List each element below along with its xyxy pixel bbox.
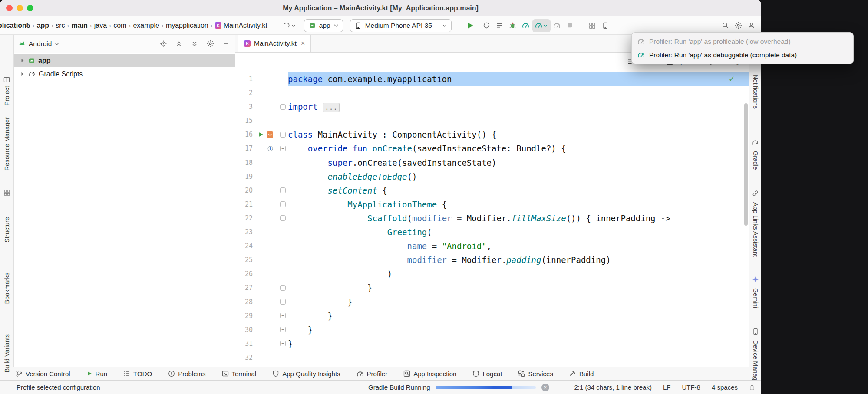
line-number[interactable]: 24 bbox=[235, 239, 253, 253]
breadcrumb-item-mainactivity-kt[interactable]: MainActivity.kt bbox=[214, 22, 268, 30]
line-ending[interactable]: LF bbox=[663, 384, 671, 391]
gradle-stripe-icon[interactable] bbox=[749, 139, 761, 146]
toolwindow-button-app-quality-insights[interactable]: App Quality Insights bbox=[272, 370, 340, 378]
project-view-select[interactable]: Android bbox=[29, 40, 52, 48]
caret-position[interactable]: 2:1 (34 chars, 1 line break) bbox=[574, 384, 652, 391]
toolwindow-button-version-control[interactable]: Version Control bbox=[16, 370, 70, 378]
editor-scrollbar[interactable] bbox=[744, 103, 748, 226]
device-manager-stripe-icon[interactable] bbox=[749, 328, 761, 335]
code-line[interactable]: 24 name = "Android", bbox=[235, 239, 749, 253]
tree-item-gradle-scripts[interactable]: Gradle Scripts bbox=[14, 67, 235, 81]
toolwindow-button-gradle[interactable]: Gradle bbox=[749, 151, 761, 170]
line-number[interactable]: 3 bbox=[235, 100, 253, 114]
rollback-dropdown-button[interactable] bbox=[280, 19, 299, 32]
run-gutter-icon[interactable] bbox=[258, 131, 264, 138]
more-tools-button[interactable] bbox=[586, 19, 599, 32]
fold-region[interactable]: − bbox=[278, 141, 288, 155]
code-line[interactable]: 29− } bbox=[235, 309, 749, 323]
line-number[interactable]: 31 bbox=[235, 337, 253, 351]
code-line[interactable]: 31−} bbox=[235, 337, 749, 351]
fold-icon[interactable]: − bbox=[280, 132, 286, 138]
line-number[interactable]: 25 bbox=[235, 253, 253, 267]
fold-region[interactable] bbox=[278, 156, 288, 170]
gutter[interactable] bbox=[253, 114, 278, 128]
toolwindow-button-todo[interactable]: TODO bbox=[123, 370, 152, 378]
run-button[interactable] bbox=[464, 19, 477, 32]
titlebar[interactable]: My Application – MainActivity.kt [My_App… bbox=[0, 0, 761, 16]
fold-icon[interactable]: − bbox=[280, 285, 286, 291]
settings-button[interactable] bbox=[732, 19, 745, 32]
fold-region[interactable]: − bbox=[278, 100, 288, 114]
run-configuration-select[interactable]: app bbox=[304, 19, 343, 32]
line-number[interactable]: 28 bbox=[235, 295, 253, 309]
lock-icon[interactable] bbox=[749, 384, 755, 391]
panel-options-icon[interactable] bbox=[207, 40, 214, 47]
code-editor[interactable]: 1package com.example.myapplication23−imp… bbox=[235, 53, 749, 367]
toolwindow-button-gemini[interactable]: Gemini bbox=[749, 288, 761, 308]
toolwindow-button-app-links-assistant[interactable]: App Links Assistant bbox=[749, 202, 761, 257]
line-number[interactable]: 1 bbox=[235, 72, 253, 86]
minimize-window-button[interactable] bbox=[17, 5, 23, 11]
gutter[interactable] bbox=[253, 351, 278, 364]
fold-region[interactable]: − bbox=[278, 337, 288, 351]
breadcrumb-item-java[interactable]: java bbox=[93, 22, 108, 30]
fold-region[interactable]: − bbox=[278, 197, 288, 211]
gutter[interactable] bbox=[253, 197, 278, 211]
code-line[interactable]: 27− } bbox=[235, 281, 749, 295]
breadcrumb-item-example[interactable]: example bbox=[132, 22, 160, 30]
fold-icon[interactable]: − bbox=[280, 327, 286, 332]
indent-setting[interactable]: 4 spaces bbox=[712, 384, 738, 391]
zoom-window-button[interactable] bbox=[27, 5, 33, 11]
cancel-build-icon[interactable]: × bbox=[541, 384, 549, 391]
gutter[interactable] bbox=[253, 323, 278, 337]
fold-region[interactable] bbox=[278, 239, 288, 253]
overriding-method-icon[interactable] bbox=[267, 145, 274, 152]
toolwindow-button-structure[interactable]: Structure bbox=[0, 217, 13, 243]
code-line[interactable]: 2 bbox=[235, 86, 749, 100]
apply-changes-button[interactable] bbox=[493, 19, 506, 32]
stop-button[interactable] bbox=[564, 19, 577, 32]
toolwindow-button-device-manager[interactable]: Device Manager bbox=[749, 340, 761, 386]
line-number[interactable]: 18 bbox=[235, 156, 253, 170]
gutter[interactable] bbox=[253, 100, 278, 114]
tab-mainactivity[interactable]: MainActivity.kt × bbox=[238, 35, 311, 52]
device-manager-button[interactable] bbox=[599, 19, 612, 32]
chevron-right-icon[interactable] bbox=[20, 71, 25, 77]
structure-stripe-icon[interactable] bbox=[0, 189, 13, 196]
hide-panel-icon[interactable] bbox=[223, 40, 230, 47]
code-line[interactable]: 3−import ... bbox=[235, 100, 749, 114]
fold-region[interactable] bbox=[278, 225, 288, 239]
line-number[interactable]: 26 bbox=[235, 267, 253, 281]
gemini-stripe-icon[interactable] bbox=[749, 276, 761, 283]
fold-region[interactable] bbox=[278, 253, 288, 267]
tree-item-app[interactable]: app bbox=[14, 54, 235, 67]
gutter[interactable] bbox=[253, 239, 278, 253]
toolwindow-button-logcat[interactable]: Logcat bbox=[472, 370, 502, 378]
gutter[interactable] bbox=[253, 156, 278, 170]
code-line[interactable]: 21− MyApplicationTheme { bbox=[235, 197, 749, 211]
fold-region[interactable] bbox=[278, 170, 288, 184]
code-line[interactable]: 19 enableEdgeToEdge() bbox=[235, 170, 749, 184]
code-line[interactable]: 16<>−class MainActivity : ComponentActiv… bbox=[235, 128, 749, 141]
toolwindow-button-problems[interactable]: Problems bbox=[168, 370, 205, 378]
gutter[interactable] bbox=[253, 253, 278, 267]
toolwindow-button-resource-manager[interactable]: Resource Manager bbox=[0, 117, 13, 171]
toolwindow-button-bookmarks[interactable]: Bookmarks bbox=[0, 273, 13, 304]
line-number[interactable]: 17 bbox=[235, 141, 253, 155]
fold-region[interactable]: − bbox=[278, 281, 288, 295]
profile-button[interactable] bbox=[519, 19, 532, 32]
line-number[interactable]: 19 bbox=[235, 170, 253, 184]
fold-region[interactable] bbox=[278, 72, 288, 86]
line-number[interactable]: 15 bbox=[235, 114, 253, 128]
profiler-dropdown-button[interactable] bbox=[532, 19, 551, 32]
search-everywhere-button[interactable] bbox=[719, 19, 732, 32]
gutter[interactable] bbox=[253, 170, 278, 184]
toolwindow-button-build-variants[interactable]: Build Variants bbox=[0, 334, 13, 372]
app-links-stripe-icon[interactable] bbox=[749, 190, 761, 197]
code-line[interactable]: 17− override fun onCreate(savedInstanceS… bbox=[235, 141, 749, 155]
chevron-right-icon[interactable] bbox=[20, 58, 25, 63]
code-line[interactable]: 22− Scaffold(modifier = Modifier.fillMax… bbox=[235, 211, 749, 225]
line-number[interactable]: 29 bbox=[235, 309, 253, 323]
code-line[interactable]: 18 super.onCreate(savedInstanceState) bbox=[235, 156, 749, 170]
fold-icon[interactable]: − bbox=[280, 187, 286, 193]
